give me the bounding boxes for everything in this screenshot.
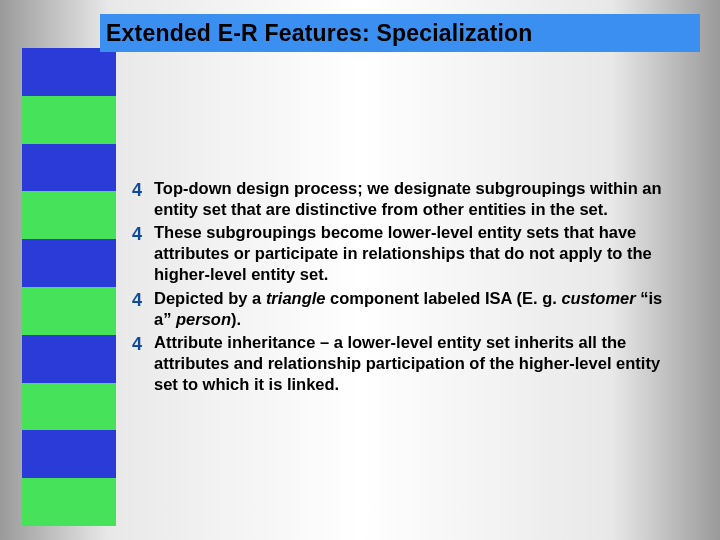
stripe (22, 48, 116, 96)
bullet-marker: 4 (132, 288, 154, 312)
list-item: 4 Depicted by a triangle component label… (132, 288, 684, 330)
list-item: 4 Top-down design process; we designate … (132, 178, 684, 220)
bullet-marker: 4 (132, 178, 154, 202)
stripe (22, 191, 116, 239)
bullet-text: Depicted by a triangle component labeled… (154, 288, 684, 330)
bullet-marker: 4 (132, 332, 154, 356)
stripe (22, 239, 116, 287)
bullet-text: Top-down design process; we designate su… (154, 178, 684, 220)
stripe (22, 383, 116, 431)
stripe (22, 287, 116, 335)
bullet-text: Attribute inheritance – a lower-level en… (154, 332, 684, 395)
slide-title: Extended E-R Features: Specialization (106, 20, 533, 47)
bullet-marker: 4 (132, 222, 154, 246)
stripe (22, 96, 116, 144)
bullet-list: 4 Top-down design process; we designate … (132, 178, 684, 397)
stripe (22, 335, 116, 383)
bullet-text: These subgroupings become lower-level en… (154, 222, 684, 285)
stripe (22, 144, 116, 192)
stripe (22, 430, 116, 478)
list-item: 4 These subgroupings become lower-level … (132, 222, 684, 285)
list-item: 4 Attribute inheritance – a lower-level … (132, 332, 684, 395)
stripe (22, 478, 116, 526)
title-bar: Extended E-R Features: Specialization (100, 14, 700, 52)
decorative-stripe-column (22, 48, 116, 526)
